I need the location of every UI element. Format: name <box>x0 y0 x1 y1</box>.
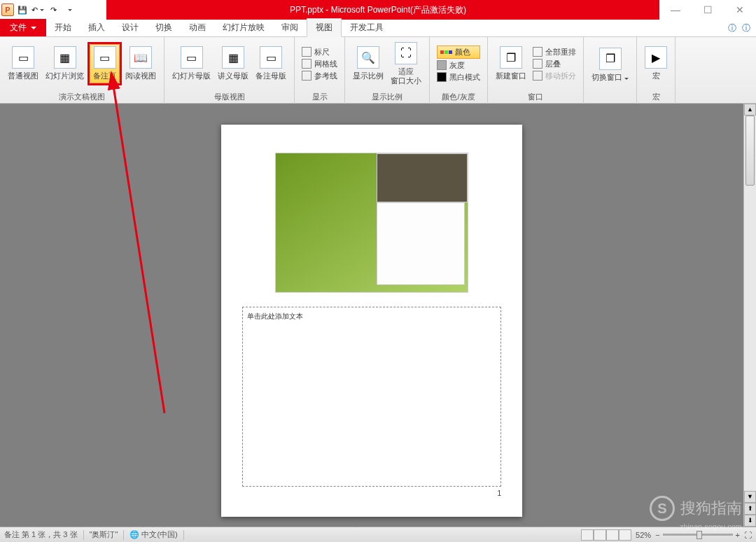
status-slide-info: 备注 第 1 张，共 3 张 <box>4 529 78 540</box>
normal-view-icon: ▭ <box>12 46 34 69</box>
grayscale-icon <box>437 60 447 70</box>
notes-master-button[interactable]: ▭ 备注母版 <box>252 44 290 83</box>
group-macros: ▶ 宏 宏 <box>637 37 676 104</box>
undo-icon[interactable]: ↶ <box>31 3 45 17</box>
status-language[interactable]: 🌐 中文(中国) <box>130 529 177 540</box>
title-bar: P 💾 ↶ ↷ PPT.pptx - Microsoft PowerPoint(… <box>0 0 756 20</box>
tab-view[interactable]: 视图 <box>307 18 342 37</box>
guides-checkbox[interactable]: 参考线 <box>302 71 337 81</box>
zoom-slider[interactable]: − + <box>655 531 740 539</box>
notes-page-preview: 单击此处添加文本 1 <box>221 125 522 517</box>
zoom-out-icon[interactable]: − <box>655 531 659 539</box>
tab-home[interactable]: 开始 <box>46 19 80 36</box>
window-controls: — ☐ ✕ <box>659 0 756 20</box>
macros-button[interactable]: ▶ 宏 <box>641 44 671 83</box>
file-tab[interactable]: 文件 <box>0 19 46 36</box>
vertical-scrollbar[interactable]: ▲ ▼ ⬆ ⬇ <box>743 104 756 527</box>
window-title: PPT.pptx - Microsoft PowerPoint(产品激活失败) <box>290 4 466 16</box>
slide-master-icon: ▭ <box>181 46 203 69</box>
group-show: 标尺 网格线 参考线 显示 <box>295 37 345 104</box>
sorter-view-toggle[interactable] <box>594 529 606 541</box>
watermark-text: 搜狗指南 <box>680 498 742 519</box>
color-icon <box>440 50 452 54</box>
group-colorgray: 颜色 灰度 黑白模式 颜色/灰度 <box>430 37 488 104</box>
prev-slide-icon[interactable]: ⬆ <box>744 503 756 515</box>
redo-icon[interactable]: ↷ <box>46 3 60 17</box>
customize-qa-icon[interactable] <box>62 3 76 17</box>
group-label: 演示文稿视图 <box>0 90 164 104</box>
tab-design[interactable]: 设计 <box>113 19 147 36</box>
watermark-logo-icon: S <box>650 496 675 521</box>
reading-view-button[interactable]: 📖 阅读视图 <box>122 44 160 83</box>
ruler-checkbox[interactable]: 标尺 <box>302 47 337 57</box>
watermark-url: zhinan.sogou.com <box>680 522 742 531</box>
new-window-button[interactable]: ❐ 新建窗口 <box>492 44 530 83</box>
canvas[interactable]: 单击此处添加文本 1 <box>0 104 743 527</box>
color-button[interactable]: 颜色 <box>437 46 480 59</box>
zoom-button[interactable]: 🔍 显示比例 <box>349 44 387 83</box>
menu-tabs: 文件 开始 插入 设计 切换 动画 幻灯片放映 审阅 视图 开发工具 ⓘ ⓘ <box>0 20 756 37</box>
minimize-ribbon-icon[interactable]: ⓘ <box>728 22 736 34</box>
grayscale-button[interactable]: 灰度 <box>437 60 480 71</box>
handout-master-button[interactable]: ▦ 讲义母版 <box>214 44 252 83</box>
minimize-button[interactable]: — <box>659 0 692 20</box>
group-label: 母版视图 <box>164 90 294 104</box>
fit-window-icon: ⛶ <box>395 42 417 64</box>
normal-view-toggle[interactable] <box>581 529 594 541</box>
page-number: 1 <box>242 489 501 497</box>
group-label: 显示比例 <box>345 90 429 104</box>
ribbon: ▭ 普通视图 ▦ 幻灯片浏览 ▭ 备注页 📖 阅读视图 演示文稿视图 <box>0 37 756 104</box>
tab-transition[interactable]: 切换 <box>147 19 181 36</box>
close-button[interactable]: ✕ <box>724 0 756 20</box>
slide-sorter-button[interactable]: ▦ 幻灯片浏览 <box>42 44 88 83</box>
normal-view-button[interactable]: ▭ 普通视图 <box>4 44 42 83</box>
slideshow-view-toggle[interactable] <box>619 529 631 541</box>
tab-animation[interactable]: 动画 <box>181 19 214 36</box>
scroll-thumb[interactable] <box>746 116 755 186</box>
switch-window-icon: ❐ <box>599 48 622 70</box>
fit-to-window-icon[interactable]: ⛶ <box>744 531 752 539</box>
group-presentation-views: ▭ 普通视图 ▦ 幻灯片浏览 ▭ 备注页 📖 阅读视图 演示文稿视图 <box>0 37 164 104</box>
notes-page-button[interactable]: ▭ 备注页 <box>90 44 120 83</box>
cascade-button[interactable]: 层叠 <box>533 59 576 69</box>
reading-view-toggle[interactable] <box>606 529 619 541</box>
handout-master-icon: ▦ <box>222 46 244 69</box>
maximize-button[interactable]: ☐ <box>692 0 724 20</box>
tab-slideshow[interactable]: 幻灯片放映 <box>214 19 273 36</box>
split-icon <box>533 71 542 81</box>
zoom-value[interactable]: 52% <box>636 531 651 539</box>
switch-window-button[interactable]: ❐ 切换窗口 <box>588 46 632 84</box>
scroll-up-icon[interactable]: ▲ <box>744 104 756 116</box>
view-buttons <box>581 529 631 541</box>
slide-thumbnail[interactable] <box>275 153 468 293</box>
save-icon[interactable]: 💾 <box>15 3 29 17</box>
tab-insert[interactable]: 插入 <box>80 19 113 36</box>
macros-icon: ▶ <box>645 46 667 69</box>
work-area: 单击此处添加文本 1 ▲ ▼ ⬆ ⬇ <box>0 104 756 527</box>
app-logo-icon[interactable]: P <box>1 4 14 16</box>
next-slide-icon[interactable]: ⬇ <box>744 515 756 527</box>
zoom-icon: 🔍 <box>357 46 379 69</box>
scroll-down-icon[interactable]: ▼ <box>744 491 756 503</box>
tab-developer[interactable]: 开发工具 <box>342 19 392 36</box>
notes-textbox[interactable]: 单击此处添加文本 <box>242 307 501 487</box>
slide-shape-dark <box>377 153 468 202</box>
bw-icon <box>437 72 447 82</box>
slide-master-button[interactable]: ▭ 幻灯片母版 <box>169 44 214 83</box>
zoom-in-icon[interactable]: + <box>736 531 740 539</box>
slide-sorter-icon: ▦ <box>54 46 76 69</box>
gridlines-checkbox[interactable]: 网格线 <box>302 59 337 69</box>
group-label: 显示 <box>295 90 344 104</box>
group-label: 窗口 <box>488 90 583 104</box>
group-master-views: ▭ 幻灯片母版 ▦ 讲义母版 ▭ 备注母版 母版视图 <box>164 37 295 104</box>
group-label: 宏 <box>637 90 675 104</box>
help-icon[interactable]: ⓘ <box>742 22 750 34</box>
group-switch-window: ❐ 切换窗口 <box>584 37 637 104</box>
blackwhite-button[interactable]: 黑白模式 <box>437 72 480 83</box>
fit-window-button[interactable]: ⛶ 适应 窗口大小 <box>387 40 425 88</box>
tab-review[interactable]: 审阅 <box>273 19 307 36</box>
group-window: ❐ 新建窗口 全部重排 层叠 移动拆分 窗口 <box>488 37 584 104</box>
group-zoom: 🔍 显示比例 ⛶ 适应 窗口大小 显示比例 <box>345 37 430 104</box>
arrange-all-button[interactable]: 全部重排 <box>533 47 576 57</box>
notes-page-icon: ▭ <box>94 46 116 69</box>
